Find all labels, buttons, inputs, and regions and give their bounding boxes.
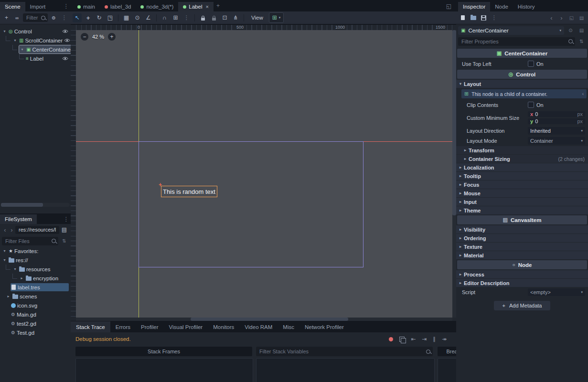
canvas-vscrollbar[interactable]: [452, 30, 456, 318]
section-tooltip[interactable]: ▸Tooltip: [456, 172, 588, 180]
add-metadata-button[interactable]: + Add Metadata: [494, 301, 551, 310]
section-texture[interactable]: ▸Texture: [456, 243, 588, 251]
copy-icon[interactable]: [399, 337, 405, 342]
load-resource-icon[interactable]: [469, 13, 478, 22]
ruler-tool-icon[interactable]: ∠: [144, 13, 153, 22]
section-localization[interactable]: ▸Localization: [456, 163, 588, 171]
container-notice-banner[interactable]: ⊞ This node is a child of a container. ‹: [461, 89, 587, 98]
layout-mode-dropdown[interactable]: Container ▾: [528, 137, 585, 145]
property-filter-field[interactable]: [460, 38, 567, 45]
fs-test2-gd[interactable]: ⚙ test2.gd: [0, 319, 71, 328]
tab-misc[interactable]: Misc: [278, 321, 299, 332]
canvas-hscrollbar[interactable]: [76, 318, 452, 321]
scene-tab-node-3d[interactable]: node_3d(*): [136, 2, 178, 11]
tab-visual-profiler[interactable]: Visual Profiler: [163, 321, 208, 332]
selected-label-node[interactable]: This is random text +: [161, 186, 217, 197]
section-transform[interactable]: ▸ Transform: [456, 146, 588, 154]
lock-icon[interactable]: [198, 13, 207, 22]
category-canvasitem[interactable]: ▨ CanvasItem: [457, 215, 587, 224]
section-visibility[interactable]: ▸Visibility: [456, 225, 588, 233]
fs-scenes[interactable]: ▸ scenes: [0, 292, 71, 301]
scene-dock-menu-icon[interactable]: ⋮: [62, 1, 71, 11]
path-input[interactable]: [15, 226, 59, 234]
stack-frames-list[interactable]: [75, 358, 253, 382]
tab-profiler[interactable]: Profiler: [136, 321, 163, 332]
group-icon[interactable]: ⊡: [220, 13, 229, 22]
distraction-free-icon[interactable]: ◱: [444, 1, 453, 11]
section-input[interactable]: ▸Input: [456, 198, 588, 206]
stack-variables-list[interactable]: [256, 358, 435, 382]
zoom-out-button[interactable]: −: [81, 33, 88, 41]
close-icon[interactable]: ×: [205, 4, 208, 10]
fs-test-gd[interactable]: ⚙ Test.gd: [0, 328, 71, 337]
fs-label-tres[interactable]: label.tres: [0, 283, 71, 292]
move-tool-icon[interactable]: +: [84, 13, 93, 22]
smart-snap-icon[interactable]: ∩: [160, 13, 169, 22]
section-layout[interactable]: ▾ Layout: [456, 80, 588, 88]
fs-main-gd[interactable]: ⚙ Main.gd: [0, 310, 71, 319]
back-icon[interactable]: ‹: [2, 225, 8, 234]
category-centercontainer[interactable]: ▣ CenterContainer: [457, 49, 587, 58]
fs-root[interactable]: ▾ res://: [0, 255, 71, 265]
grid-snap-icon[interactable]: ⊞: [171, 13, 180, 22]
visibility-toggle-icon[interactable]: [62, 29, 68, 33]
chevron-left-icon[interactable]: ‹: [582, 91, 584, 96]
tab-scene[interactable]: Scene: [0, 2, 25, 11]
select-tool-icon[interactable]: ↖: [73, 13, 82, 22]
visibility-toggle-icon[interactable]: [62, 56, 68, 61]
tab-node[interactable]: Node: [490, 2, 513, 11]
tab-network-profiler[interactable]: Network Profiler: [299, 321, 349, 332]
scene-node-scrollcontainer[interactable]: ▾ ▥ ScrollContainer: [0, 36, 71, 45]
tab-monitors[interactable]: Monitors: [208, 321, 239, 332]
scene-tab-label[interactable]: Label ×: [178, 2, 214, 11]
collapse-icon[interactable]: ▾: [2, 29, 7, 33]
step-into-icon[interactable]: ⇤: [411, 336, 416, 342]
pause-icon[interactable]: ∥: [433, 336, 436, 342]
scene-node-centercontainer[interactable]: ▾ ▣ CenterContainer: [0, 45, 71, 54]
instance-scene-icon[interactable]: ∞: [12, 13, 21, 22]
list-select-icon[interactable]: ▦: [122, 13, 131, 22]
section-theme[interactable]: ▸Theme: [456, 206, 588, 214]
section-ordering[interactable]: ▸Ordering: [456, 234, 588, 242]
tab-history[interactable]: History: [513, 2, 540, 11]
collapse-icon[interactable]: ▾: [12, 267, 18, 271]
dock-options-icon[interactable]: ▤: [577, 13, 586, 22]
expand-icon[interactable]: ▸: [19, 276, 24, 280]
zoom-in-button[interactable]: +: [108, 33, 116, 41]
selected-file-box[interactable]: label.tres: [11, 283, 69, 291]
layout-direction-dropdown[interactable]: Inherited ▾: [528, 127, 585, 135]
scene-menu-icon[interactable]: ⋮: [60, 13, 69, 22]
section-process[interactable]: ▸Process: [456, 270, 588, 278]
history-forward-icon[interactable]: ›: [557, 13, 566, 22]
file-filter-field[interactable]: [4, 238, 50, 244]
selected-node-box[interactable]: ▾ ▣ CenterContainer: [19, 45, 75, 53]
scene-node-label[interactable]: ≡ Label: [0, 54, 71, 63]
unlock-icon[interactable]: [209, 13, 218, 22]
attach-script-icon[interactable]: ⚙: [49, 13, 58, 22]
min-size-x-field[interactable]: x 0 px: [528, 111, 585, 117]
fs-icon-svg[interactable]: icon.svg: [0, 301, 71, 310]
rotate-tool-icon[interactable]: ↻: [95, 13, 104, 22]
zoom-level[interactable]: 42 %: [92, 34, 104, 40]
sort-files-icon[interactable]: ⇅: [60, 236, 69, 245]
property-filter-input[interactable]: [458, 37, 575, 46]
path-field[interactable]: [18, 226, 57, 233]
stack-variables-filter[interactable]: [256, 347, 433, 356]
scrollbar-thumb[interactable]: [1, 203, 43, 207]
scene-filter-input[interactable]: [23, 13, 48, 22]
add-node-icon[interactable]: +: [2, 13, 11, 22]
visibility-toggle-icon[interactable]: [64, 38, 70, 42]
fs-encryption[interactable]: ▸ encryption: [0, 274, 71, 283]
category-node[interactable]: ○ Node: [457, 260, 587, 269]
node-selector-dropdown[interactable]: ▣ CenterContainer ▾: [458, 26, 564, 35]
tab-import[interactable]: Import: [25, 2, 51, 11]
new-scene-tab-icon[interactable]: +: [214, 1, 223, 11]
fs-resources[interactable]: ▾ resources: [0, 265, 71, 274]
tab-filesystem[interactable]: FileSystem: [0, 214, 37, 224]
snap-options-icon[interactable]: ⋮: [182, 13, 191, 22]
grid-visibility-button[interactable]: ⊞ ▾: [269, 12, 284, 23]
tab-inspector[interactable]: Inspector: [458, 2, 490, 11]
tab-video-ram[interactable]: Video RAM: [239, 321, 278, 332]
history-back-icon[interactable]: ‹: [547, 13, 556, 22]
break-icon[interactable]: [389, 337, 393, 341]
